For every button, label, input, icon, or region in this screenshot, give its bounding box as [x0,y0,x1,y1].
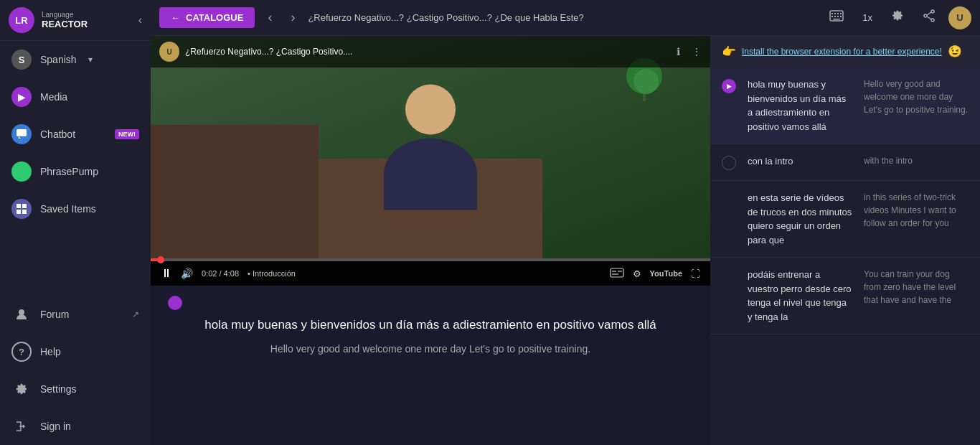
table-row[interactable]: en esta serie de vídeos de trucos en dos… [710,181,980,258]
svg-rect-5 [22,204,27,208]
sidebar-item-chatbot-label: Chatbot [40,128,75,140]
subtitles-icon[interactable] [610,268,624,280]
catalogue-button[interactable]: ← CATALOGUE [159,7,255,28]
svg-rect-26 [611,268,623,277]
video-title-text: ¿Refuerzo Negativo...? ¿Castigo Positivo… [185,47,665,57]
svg-rect-7 [22,210,27,214]
sidebar: LR Language REACTOR ‹ S Spanish ▾ ▶ Medi… [0,0,151,445]
content-area: U ¿Refuerzo Negativo...? ¿Castigo Positi… [151,36,980,445]
video-info-icon[interactable]: ℹ [677,46,680,57]
user-avatar[interactable]: U [948,6,971,29]
svg-point-23 [931,19,934,22]
transcript-native-text: en esta serie de vídeos de trucos en dos… [748,191,852,247]
svg-rect-6 [17,210,21,214]
progress-fill [151,258,157,261]
sidebar-header: LR Language REACTOR ‹ [0,0,151,41]
transcript-translation-text: with the intro [864,154,969,167]
wink-emoji: 😉 [948,44,962,58]
transcript-native-text: podáis entrenar a vuestro perro desde ce… [748,268,852,324]
transcript-play-button[interactable] [722,156,736,170]
transcript-translation-text: in this series of two-trick videos Minut… [864,191,969,230]
video-settings-icon[interactable]: ⚙ [633,268,641,279]
transcript-translation-text: Hello very good and welcome one more day… [864,78,969,116]
share-icon[interactable] [917,6,941,29]
chatbot-icon [11,124,32,144]
video-title-bar: U ¿Refuerzo Negativo...? ¿Castigo Positi… [151,36,710,67]
forum-icon [11,304,32,324]
sidebar-item-settings-label: Settings [40,383,77,395]
sidebar-item-media-label: Media [40,91,67,103]
phrasepump-icon [11,161,32,182]
settings-gear-icon[interactable] [885,6,910,29]
transcript-translation-text: You can train your dog from zero have th… [864,268,969,306]
main-content: ← CATALOGUE ‹ › ¿Refuerzo Negativo...? ¿… [151,0,980,445]
svg-line-25 [927,17,931,19]
transcript-native-text: con la intro [748,154,852,169]
sidebar-item-saveditems[interactable]: Saved Items [0,190,151,228]
video-channel-avatar: U [159,42,179,62]
play-pause-button[interactable]: ⏸ [161,267,172,280]
person-figure [384,85,477,210]
video-menu-icon[interactable]: ⋮ [692,46,702,57]
transcript-list: ▶ hola muy buenas y bienvenidos un día m… [710,67,980,445]
youtube-label: YouTube [650,269,682,278]
sidebar-item-signin[interactable]: Sign in [0,408,151,445]
svg-rect-0 [17,129,27,136]
settings-icon [11,379,32,399]
chapter-label: • Introducción [248,269,296,278]
topbar: ← CATALOGUE ‹ › ¿Refuerzo Negativo...? ¿… [151,0,980,36]
navigate-forward-button[interactable]: › [285,7,301,28]
video-title: ¿Refuerzo Negativo...? ¿Castigo Positivo… [308,12,816,23]
video-panel: U ¿Refuerzo Negativo...? ¿Castigo Positi… [151,36,710,445]
subtitle-native-text: hola muy buenas y bienvenidos un día más… [204,316,656,334]
sidebar-collapse-button[interactable]: ‹ [138,14,142,27]
speed-button[interactable]: 1x [857,9,878,26]
table-row[interactable]: con la intro with the intro [710,144,980,181]
logo-circle: LR [9,7,34,33]
transcript-panel: 👉 Install the browser extension for a be… [710,36,980,445]
sidebar-item-spanish-label: Spanish [40,54,77,65]
extension-banner: 👉 Install the browser extension for a be… [710,36,980,67]
svg-rect-13 [837,13,839,14]
logo-text: Language REACTOR [42,11,88,29]
svg-rect-14 [840,13,842,14]
volume-button[interactable]: 🔊 [181,268,193,279]
fullscreen-icon[interactable]: ⛶ [691,268,700,279]
sidebar-item-spanish[interactable]: S Spanish ▾ [0,41,151,78]
sidebar-item-settings[interactable]: Settings [0,370,151,408]
transcript-play-button[interactable]: ▶ [722,79,736,93]
sidebar-item-forum-label: Forum [40,309,69,320]
table-row[interactable]: podáis entrenar a vuestro perro desde ce… [710,258,980,334]
spanish-icon: S [11,50,32,70]
svg-rect-11 [831,13,833,14]
navigate-back-button[interactable]: ‹ [262,7,278,28]
transcript-native-text: hola muy buenas y bienvenidos un día más… [748,78,852,134]
sidebar-item-forum[interactable]: Forum ↗ [0,296,151,333]
saveditems-icon [11,199,32,219]
keyboard-icon[interactable] [824,7,849,28]
sidebar-item-saveditems-label: Saved Items [40,203,96,215]
svg-point-22 [924,14,927,17]
transcript-play-button[interactable] [722,192,736,207]
chatbot-new-badge: NEW! [115,129,139,139]
sidebar-item-help[interactable]: ? Help [0,333,151,370]
svg-line-24 [927,12,931,15]
video-controls: ⏸ 🔊 0:02 / 4:08 • Introducción ⚙ YouTube… [151,261,710,286]
transcript-play-button[interactable] [722,269,736,284]
svg-rect-12 [834,13,836,14]
svg-point-21 [931,10,934,13]
logo-language-label: Language [42,11,88,19]
subtitle-active-indicator [168,296,182,310]
sidebar-item-chatbot[interactable]: Chatbot NEW! [0,116,151,153]
subtitle-area: hola muy buenas y bienvenidos un día más… [151,286,710,445]
table-row[interactable]: ▶ hola muy buenas y bienvenidos un día m… [710,67,980,144]
video-progress-bar[interactable] [151,258,710,261]
extension-banner-link[interactable]: Install the browser extension for a bett… [742,47,942,57]
sidebar-item-phrasepump[interactable]: PhrasePump [0,153,151,190]
catalogue-label: CATALOGUE [186,12,243,23]
svg-point-8 [19,309,24,315]
total-time: 4:08 [224,269,239,278]
sidebar-item-media[interactable]: ▶ Media [0,78,151,116]
catalogue-back-icon: ← [171,12,180,23]
time-display: 0:02 / 4:08 [202,269,239,278]
